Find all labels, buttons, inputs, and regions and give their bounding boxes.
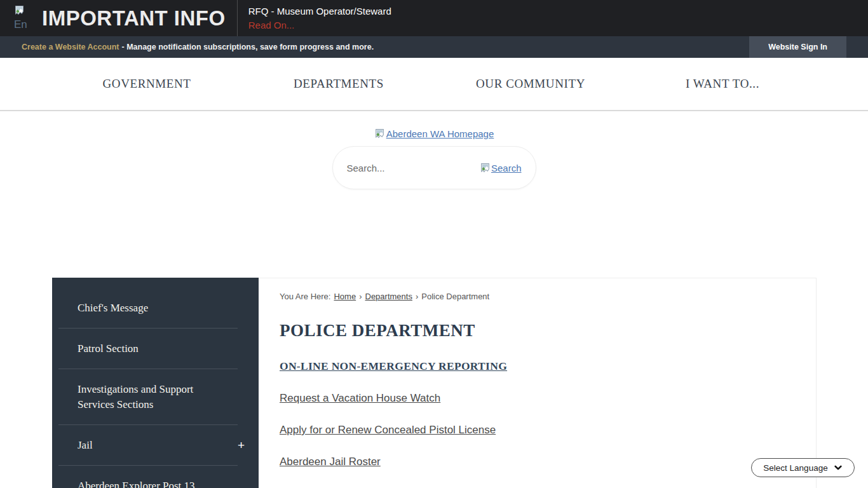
sidebar-item-label: Patrol Section [78, 342, 139, 355]
hero-section: Aberdeen WA Homepage Search [0, 111, 868, 189]
concealed-pistol-license-link[interactable]: Apply for or Renew Concealed Pistol Lice… [280, 424, 797, 437]
sidebar-item-label: Aberdeen Explorer Post 13 [78, 480, 195, 488]
notice-title: RFQ - Museum Operator/Steward [248, 5, 391, 17]
broken-image-icon [14, 5, 25, 16]
search-button-label: Search [491, 163, 522, 173]
search-button[interactable]: Search [480, 163, 522, 173]
homepage-link-label: Aberdeen WA Homepage [386, 128, 494, 139]
sidebar-item-jail[interactable]: Jail + [52, 425, 259, 466]
nav-departments[interactable]: DEPARTMENTS [243, 77, 435, 91]
breadcrumb-prefix: You Are Here: [280, 292, 330, 301]
nav-our-community[interactable]: OUR COMMUNITY [435, 77, 627, 91]
account-description: - Manage notification subscriptions, sav… [122, 43, 374, 51]
breadcrumb-separator: › [359, 292, 362, 301]
jail-roster-link[interactable]: Aberdeen Jail Roster [280, 456, 797, 468]
search-input[interactable] [347, 163, 480, 173]
homepage-link[interactable]: Aberdeen WA Homepage [351, 128, 517, 139]
sidebar: Chief's Message Patrol Section Investiga… [52, 278, 259, 488]
breadcrumb-departments[interactable]: Departments [365, 292, 412, 301]
language-selector[interactable]: Select Language [751, 458, 855, 477]
nav-i-want-to[interactable]: I WANT TO... [627, 77, 818, 91]
account-bar: Create a Website Account - Manage notifi… [0, 36, 868, 58]
breadcrumb: You Are Here: Home › Departments › Polic… [280, 292, 797, 301]
sidebar-item-label: Jail [78, 439, 93, 451]
broken-image-icon: En [14, 5, 36, 37]
create-account-link[interactable]: Create a Website Account [22, 43, 119, 51]
non-emergency-reporting-link[interactable]: ON-LINE NON-EMERGENCY REPORTING [280, 360, 507, 373]
expand-plus-icon[interactable]: + [238, 438, 245, 453]
sidebar-item-patrol-section[interactable]: Patrol Section [52, 329, 259, 369]
breadcrumb-home[interactable]: Home [334, 292, 356, 301]
language-selector-label: Select Language [763, 463, 827, 473]
page-title: POLICE DEPARTMENT [280, 321, 797, 341]
sidebar-item-label: Chief's Message [78, 302, 148, 314]
important-info-title: IMPORTANT INFO [42, 6, 226, 30]
broken-image-icon [480, 163, 491, 173]
broken-image-icon [374, 128, 385, 139]
breadcrumb-separator: › [416, 292, 418, 301]
content-panel: You Are Here: Home › Departments › Polic… [259, 278, 817, 488]
website-sign-in-button[interactable]: Website Sign In [749, 36, 846, 58]
important-info-bar: En IMPORTANT INFO RFQ - Museum Operator/… [0, 0, 868, 36]
breadcrumb-current: Police Department [421, 292, 489, 301]
main-row: Chief's Message Patrol Section Investiga… [52, 278, 817, 488]
sidebar-item-chiefs-message[interactable]: Chief's Message [52, 288, 259, 329]
broken-image-alt-text: En [14, 18, 36, 30]
vacation-house-watch-link[interactable]: Request a Vacation House Watch [280, 392, 797, 405]
chevron-down-icon [834, 463, 843, 472]
search-box: Search [332, 146, 536, 189]
sidebar-item-label: Investigations and Support Services Sect… [78, 383, 193, 410]
sidebar-item-explorer-post-13[interactable]: Aberdeen Explorer Post 13 [52, 466, 259, 488]
sidebar-item-investigations-support[interactable]: Investigations and Support Services Sect… [52, 369, 259, 425]
read-on-link[interactable]: Read On... [248, 19, 391, 31]
main-nav: GOVERNMENT DEPARTMENTS OUR COMMUNITY I W… [0, 58, 868, 111]
nav-government[interactable]: GOVERNMENT [51, 77, 243, 91]
